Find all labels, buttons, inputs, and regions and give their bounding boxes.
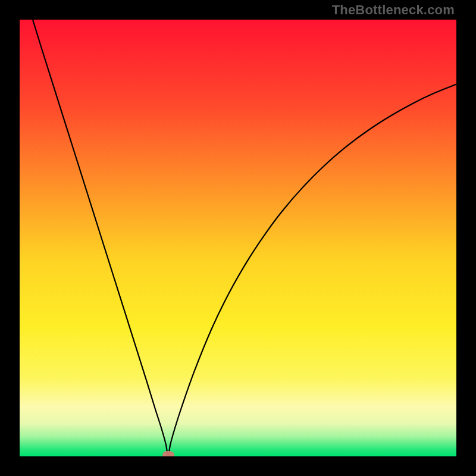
optimal-point-marker: [162, 451, 174, 456]
watermark-text: TheBottleneck.com: [332, 2, 455, 18]
plot-area: [20, 20, 456, 456]
chart-container: TheBottleneck.com: [0, 0, 476, 476]
bottleneck-curve: [20, 20, 456, 456]
